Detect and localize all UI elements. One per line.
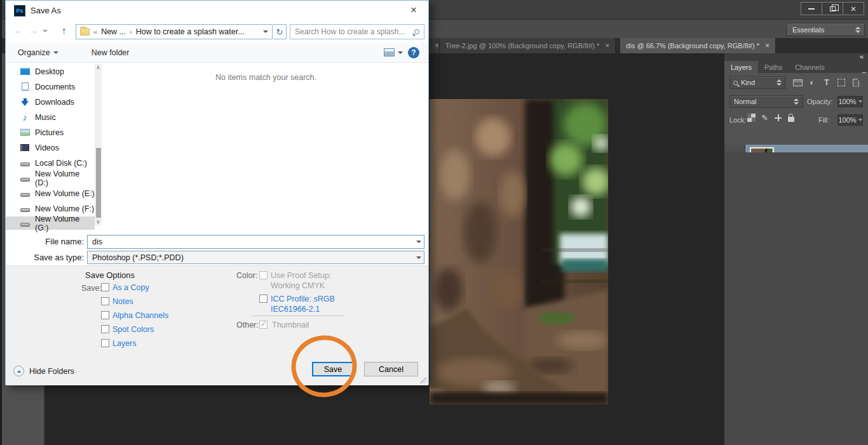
fill-value[interactable]: 100%	[837, 114, 863, 126]
sidebar-item-new-volume-e[interactable]: New Volume (E:)	[6, 187, 95, 200]
save-as-dialog: Ps Save As × ← → ↑ « New ... › How to cr…	[5, 0, 429, 385]
panel-tabbar: Layers Paths Channels	[724, 61, 868, 73]
workspace-label: Essentials	[792, 26, 855, 34]
guillemet-icon[interactable]: «	[93, 28, 97, 36]
combo-dropdown-icon[interactable]	[416, 256, 421, 259]
blend-mode-select[interactable]: Normal	[729, 95, 803, 108]
resize-grip[interactable]	[420, 377, 426, 383]
label-icc-profile[interactable]: ICC Profile: sRGB	[271, 295, 335, 303]
dialog-close-button[interactable]: ×	[399, 1, 428, 20]
sidebar-item-videos[interactable]: Videos	[6, 141, 95, 154]
address-dropdown-icon[interactable]	[263, 30, 268, 33]
filter-type-layers-icon[interactable]: T	[821, 78, 832, 87]
checkbox-layers[interactable]	[101, 339, 109, 347]
label-thumbnail: Thumbnail	[272, 321, 309, 329]
close-tab-icon[interactable]: ×	[605, 41, 609, 50]
search-icon	[733, 81, 738, 85]
lock-position-icon[interactable]	[774, 114, 782, 122]
help-button[interactable]: ?	[408, 47, 419, 58]
desktop-icon	[20, 68, 30, 75]
workspace-selector[interactable]: Essentials	[786, 23, 865, 36]
combo-dropdown-icon[interactable]	[416, 241, 421, 243]
view-mode-button[interactable]	[384, 48, 403, 56]
search-input[interactable]: Search How to create a splash...	[290, 24, 424, 39]
checkbox-as-a-copy[interactable]	[101, 283, 109, 291]
lock-transparency-icon[interactable]	[747, 114, 756, 122]
checkbox-icc-profile[interactable]	[259, 295, 268, 303]
filter-smart-objects-icon[interactable]	[850, 79, 862, 87]
checkbox-alpha-channels[interactable]	[101, 311, 109, 319]
music-icon: ♪	[20, 112, 30, 123]
tab-layers[interactable]: Layers	[724, 61, 758, 73]
filter-pixel-layers-icon[interactable]	[792, 79, 803, 86]
lock-row: Lock: ✎ Fill: 100%	[724, 112, 868, 128]
filter-adjustment-layers-icon[interactable]: ◐	[806, 78, 818, 87]
label-icc-profile-2[interactable]: IEC61966-2.1	[271, 305, 320, 314]
scroll-up-icon[interactable]: ∧	[95, 65, 102, 70]
address-bar[interactable]: « New ... › How to create a splash water…	[76, 24, 273, 39]
document-tab-partial[interactable]: ×	[429, 38, 440, 53]
blend-row: Normal Opacity: 100%	[724, 94, 868, 109]
lock-all-icon[interactable]	[788, 117, 794, 122]
file-name-label: File name:	[31, 237, 84, 246]
breadcrumb-parent[interactable]: New ...	[101, 27, 126, 36]
tab-paths[interactable]: Paths	[758, 61, 789, 73]
checkbox-spot-colors[interactable]	[101, 325, 109, 333]
minimize-button[interactable]	[801, 2, 822, 15]
restore-icon	[830, 6, 836, 11]
sidebar-item-new-volume-g[interactable]: New Volume (G:)	[6, 216, 95, 230]
new-folder-button[interactable]: New folder	[92, 48, 130, 57]
checkbox-notes[interactable]	[101, 297, 109, 305]
cancel-button[interactable]: Cancel	[364, 362, 418, 376]
hide-folders-button[interactable]: Hide Folders	[13, 366, 74, 376]
save-type-select[interactable]: Photoshop (*.PSD;*.PDD)	[87, 251, 424, 264]
label-layers[interactable]: Layers	[112, 339, 137, 348]
up-button[interactable]: ↑	[62, 25, 67, 36]
recent-locations-icon[interactable]	[43, 30, 48, 32]
sidebar-item-music[interactable]: ♪Music	[6, 110, 95, 124]
filter-shape-layers-icon[interactable]	[836, 79, 847, 86]
sidebar-item-desktop[interactable]: Desktop	[6, 65, 95, 78]
close-tab-icon[interactable]: ×	[435, 41, 439, 50]
sidebar-item-new-volume-f[interactable]: New Volume (F:)	[6, 202, 95, 215]
sidebar-scrollbar[interactable]: ∧ ∨	[95, 64, 102, 225]
save-button[interactable]: Save	[312, 362, 354, 376]
breadcrumb-current[interactable]: How to create a splash water...	[136, 27, 245, 36]
tab-channels[interactable]: Channels	[789, 61, 831, 73]
file-name-input[interactable]: dis	[87, 235, 424, 249]
sidebar-item-documents[interactable]: Documents	[6, 80, 95, 93]
layers-panel-empty	[724, 152, 868, 445]
forward-button[interactable]: →	[29, 25, 38, 36]
organize-button[interactable]: Organize	[18, 48, 58, 57]
documents-icon	[20, 83, 30, 91]
lock-pixels-icon[interactable]: ✎	[761, 113, 768, 123]
restore-button[interactable]	[822, 2, 843, 15]
collapse-panel-icon[interactable]: «	[860, 53, 863, 60]
sidebar-item-local-disk-c[interactable]: Local Disk (C:)	[6, 156, 95, 169]
back-button[interactable]: ←	[13, 25, 23, 36]
document-tab-tree2[interactable]: Tree-2.jpg @ 100% (Background copy, RGB/…	[440, 38, 616, 53]
filter-kind-select[interactable]: Kind	[729, 76, 785, 89]
drive-icon	[20, 206, 30, 212]
help-icon: ?	[408, 47, 419, 58]
opacity-value[interactable]: 100%	[837, 96, 863, 107]
close-window-button[interactable]: ×	[843, 2, 864, 15]
refresh-button[interactable]: ↻	[273, 24, 287, 39]
label-spot-colors[interactable]: Spot Colors	[112, 325, 154, 334]
sidebar-item-pictures[interactable]: Pictures	[6, 126, 95, 139]
drive-icon	[20, 160, 30, 166]
document-tab-dis[interactable]: dis @ 66.7% (Background copy, RGB/8#) * …	[620, 38, 776, 53]
chevron-down-icon	[53, 51, 58, 54]
label-alpha-channels[interactable]: Alpha Channels	[112, 311, 168, 320]
close-tab-icon[interactable]: ×	[765, 41, 770, 50]
search-icon	[414, 29, 419, 34]
scroll-down-icon[interactable]: ∨	[95, 219, 102, 225]
sidebar-item-new-volume-d[interactable]: New Volume (D:)	[6, 171, 95, 185]
scrollbar-thumb[interactable]	[96, 148, 101, 218]
filter-icons: ◐ T	[789, 76, 864, 89]
label-as-a-copy[interactable]: As a Copy	[112, 283, 149, 292]
dialog-titlebar[interactable]: Ps Save As ×	[6, 1, 428, 21]
color-group-label: Color:	[236, 271, 257, 280]
sidebar-item-downloads[interactable]: Downloads	[6, 95, 95, 109]
label-notes[interactable]: Notes	[112, 297, 133, 306]
